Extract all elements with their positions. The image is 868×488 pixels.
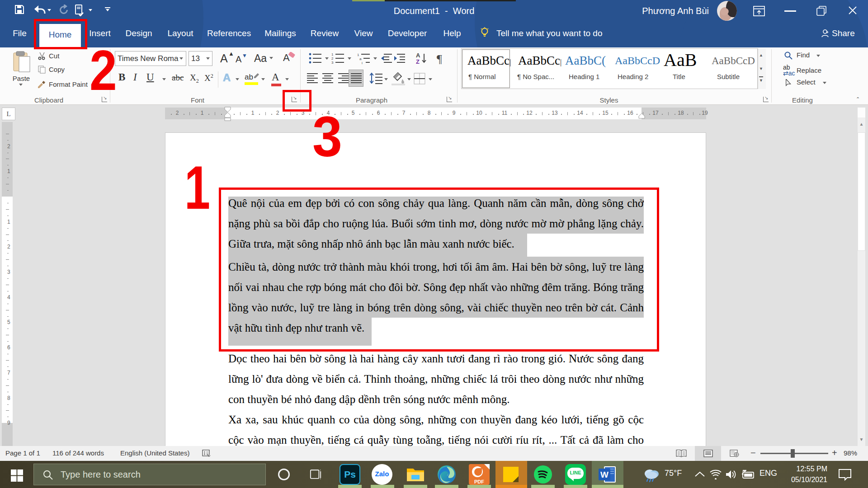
svg-text:A: A — [283, 52, 290, 63]
svg-text:W: W — [600, 470, 609, 479]
svg-text:1: 1 — [331, 52, 334, 56]
svg-text:3: 3 — [331, 61, 334, 64]
svg-text:2: 2 — [331, 56, 334, 61]
svg-text:A: A — [416, 52, 420, 59]
svg-text:a: a — [359, 57, 362, 61]
svg-text:1: 1 — [357, 53, 359, 57]
svg-text:i: i — [362, 61, 363, 64]
svg-text:Z: Z — [416, 58, 420, 65]
